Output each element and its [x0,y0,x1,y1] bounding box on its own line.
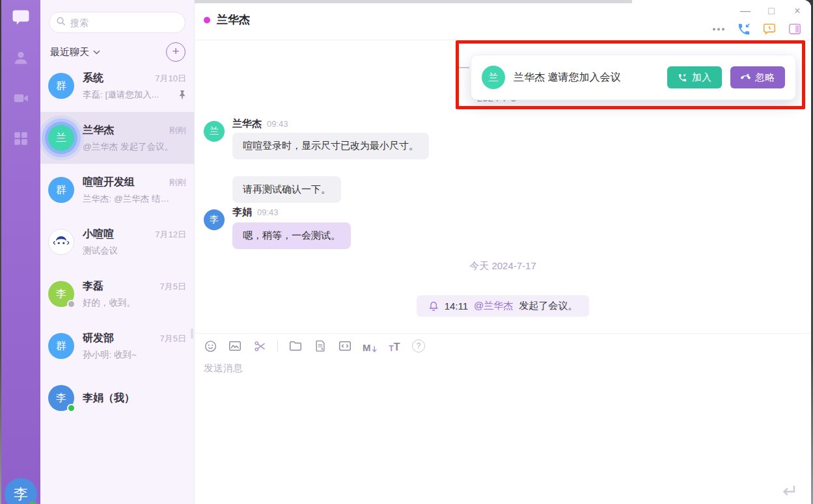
add-chat-button[interactable]: + [166,42,186,62]
chats-tab[interactable] [11,9,31,29]
code-button[interactable] [338,339,352,353]
chat-item-xiaoxuanxuan[interactable]: 小喧喧 7月12日 测试会议 [40,216,194,268]
chat-item-body: 李娟（我） [83,391,186,405]
recent-chats-dropdown[interactable]: 最近聊天 [50,46,100,59]
join-label: 加入 [692,72,711,84]
conversation-panel: 兰华杰 — □ × 2024-7-5 兰 兰华杰 [195,0,811,504]
emoji-icon [204,339,217,353]
chat-time: 刚刚 [169,125,186,137]
emoji-button[interactable] [203,339,217,353]
chat-item-dev-group[interactable]: 群 喧喧开发组 刚刚 兰华杰: @兰华杰 结… [40,164,194,216]
message-header: 李娟 09:43 [232,206,279,219]
chat-preview: 测试会议 [83,245,118,257]
video-camera-icon [12,90,29,109]
avatar [48,229,74,255]
chevron-down-icon [93,50,100,55]
grid-icon [12,130,29,150]
chat-time: 刚刚 [169,177,186,189]
list-scrollbar[interactable] [191,328,193,339]
ignore-meeting-button[interactable]: 忽略 [730,66,785,88]
search-icon [56,16,66,29]
search-box[interactable] [49,12,186,33]
date-divider-line-fragment [458,67,469,68]
notice-text: 发起了会议。 [519,300,577,312]
chat-item-body: 李磊 7月5日 好的，收到。 [83,280,186,309]
message-bubble[interactable]: 喧喧登录时，显示尺寸已改为最小尺寸。 [232,133,429,159]
group-avatar: 群 [48,73,74,99]
send-file-button[interactable] [313,339,327,353]
chat-bubble-icon [11,8,31,30]
chat-item-lilei[interactable]: 李 李磊 7月5日 好的，收到。 [40,268,194,320]
window-controls: — □ × [739,5,803,17]
sender-avatar[interactable]: 李 [204,209,225,230]
chat-time: 7月5日 [160,281,186,293]
phone-incoming-icon [737,22,751,36]
chat-item-lijuan-me[interactable]: 李 李娟（我） [40,372,194,424]
search-input[interactable] [70,18,168,28]
screenshot-button[interactable] [253,339,267,353]
more-menu-button[interactable] [711,22,726,36]
chat-name: 李磊 [83,280,103,293]
sender-avatar[interactable]: 兰 [204,121,225,142]
contact-avatar: 兰 [48,125,74,151]
apps-tab[interactable] [11,130,31,150]
markdown-button[interactable]: M [363,339,377,353]
tt-big-glyph: T [394,341,400,353]
message-bubble[interactable]: 嗯，稍等，一会测试。 [232,222,351,249]
image-button[interactable] [228,339,242,353]
my-avatar[interactable]: 李 [5,478,37,504]
send-enter-icon[interactable] [779,483,797,499]
chat-preview: 兰华杰: @兰华杰 结… [83,193,169,205]
join-meeting-button[interactable]: 加入 [667,66,722,88]
chat-item-yanfabu[interactable]: 群 研发部 7月5日 孙小明: 收到~ [40,320,194,372]
meeting-notice: 14:11 @兰华杰 发起了会议。 [417,295,590,317]
chat-item-lanhuajie[interactable]: 兰 兰华杰 刚刚 @兰华杰 发起了会议。 [40,112,194,164]
chat-preview: 李磊: [邀请您加入... [83,89,159,101]
close-button[interactable]: × [792,5,803,17]
message-input[interactable]: 发送消息 [204,362,243,375]
meetings-tab[interactable] [11,90,31,109]
phone-join-icon [678,73,687,83]
meeting-invite-banner: 兰 兰华杰 邀请您加入会议 加入 忽略 [471,55,796,100]
away-status-dot [67,300,76,308]
chat-name: 研发部 [83,332,114,345]
invite-message: 兰华杰 邀请您加入会议 [514,71,659,85]
chat-list-panel: 最近聊天 + 群 系统 7月10日 李磊: [邀请您加入... [40,0,195,504]
ellipsis-icon [713,28,724,31]
text-format-button[interactable]: T T [387,339,402,353]
chat-name: 喧喧开发组 [83,176,135,189]
minimize-button[interactable]: — [739,5,751,17]
chat-time: 7月10日 [155,73,186,85]
panel-icon [788,22,802,36]
folder-icon [288,339,303,353]
chat-time: 7月5日 [160,333,186,345]
send-folder-button[interactable] [288,339,303,353]
mention-link[interactable]: @兰华杰 [474,300,513,312]
chat-item-system[interactable]: 群 系统 7月10日 李磊: [邀请您加入... [40,60,194,112]
chat-items: 群 系统 7月10日 李磊: [邀请您加入... 兰 [40,60,194,424]
group-avatar: 群 [48,333,74,359]
avatar: 李 [48,385,74,411]
message-bubble[interactable]: 请再测试确认一下。 [232,176,341,203]
desktop-background: 李 最近聊天 + 群 系统 [0,0,813,504]
chat-item-body: 小喧喧 7月12日 测试会议 [83,228,186,257]
help-button[interactable]: ? [412,339,425,352]
app-window: 李 最近聊天 + 群 系统 [1,0,811,504]
bell-icon [428,301,439,312]
chat-name: 系统 [83,72,103,85]
contacts-tab[interactable] [11,49,31,69]
inviter-avatar: 兰 [482,66,505,89]
message-header: 兰华杰 09:43 [232,118,288,130]
chat-preview: 好的，收到。 [83,297,135,309]
message-time: 09:43 [257,207,279,217]
code-icon [338,339,352,353]
chat-item-body: 研发部 7月5日 孙小明: 收到~ [83,332,186,361]
notice-time: 14:11 [445,300,468,312]
recent-chats-label: 最近聊天 [50,46,89,59]
call-button[interactable] [737,22,751,36]
toggle-sidebar-button[interactable] [788,22,802,36]
maximize-button[interactable]: □ [765,5,777,17]
chat-history-button[interactable] [762,22,777,36]
image-icon [228,339,242,353]
avatar: 李 [48,281,74,307]
